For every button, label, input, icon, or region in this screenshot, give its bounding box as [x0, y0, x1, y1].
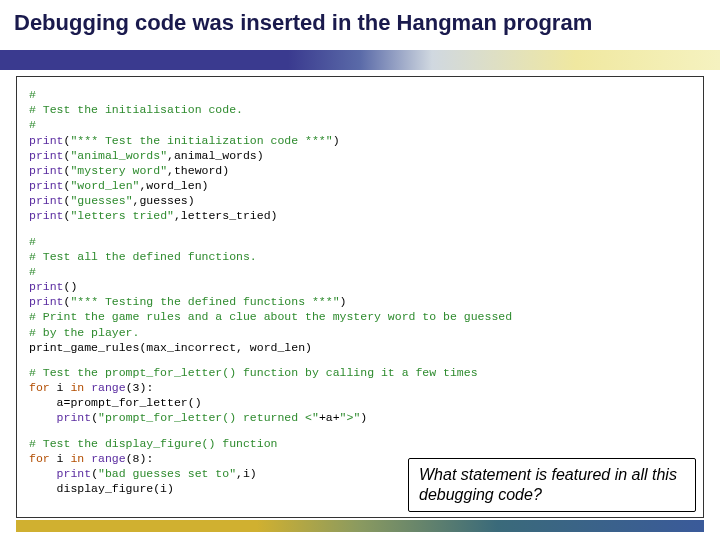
code-line: print_game_rules(max_incorrect, word_len… — [29, 341, 312, 354]
comment-line: # — [29, 118, 36, 131]
comment-line: # — [29, 235, 36, 248]
comment-line: # by the player. — [29, 326, 139, 339]
code-line: display_figure(i) — [29, 482, 174, 495]
slide-title: Debugging code was inserted in the Hangm… — [0, 0, 720, 50]
fn-range: range — [91, 381, 126, 394]
fn-print: print — [29, 280, 64, 293]
code-block-2: # # Test all the defined functions. # pr… — [29, 234, 691, 355]
footer-gradient — [16, 520, 704, 532]
comment-line: # Print the game rules and a clue about … — [29, 310, 512, 323]
fn-print: print — [57, 467, 92, 480]
code-listing: # # Test the initialisation code. # prin… — [16, 76, 704, 518]
comment-line: # Test the initialisation code. — [29, 103, 243, 116]
code-line: a=prompt_for_letter() — [29, 396, 202, 409]
comment-line: # Test the display_figure() function — [29, 437, 277, 450]
fn-print: print — [29, 134, 64, 147]
kw-in: in — [70, 452, 84, 465]
code-block-1: # # Test the initialisation code. # prin… — [29, 87, 691, 224]
fn-print: print — [29, 194, 64, 207]
banner-gradient — [0, 50, 720, 70]
fn-print: print — [29, 164, 64, 177]
comment-line: # Test all the defined functions. — [29, 250, 257, 263]
fn-print: print — [29, 149, 64, 162]
question-callout: What statement is featured in all this d… — [408, 458, 696, 512]
code-block-3: # Test the prompt_for_letter() function … — [29, 365, 691, 426]
fn-print: print — [57, 411, 92, 424]
kw-for: for — [29, 452, 50, 465]
fn-print: print — [29, 209, 64, 222]
fn-range: range — [91, 452, 126, 465]
comment-line: # — [29, 88, 36, 101]
kw-for: for — [29, 381, 50, 394]
fn-print: print — [29, 295, 64, 308]
comment-line: # — [29, 265, 36, 278]
fn-print: print — [29, 179, 64, 192]
kw-in: in — [70, 381, 84, 394]
comment-line: # Test the prompt_for_letter() function … — [29, 366, 478, 379]
